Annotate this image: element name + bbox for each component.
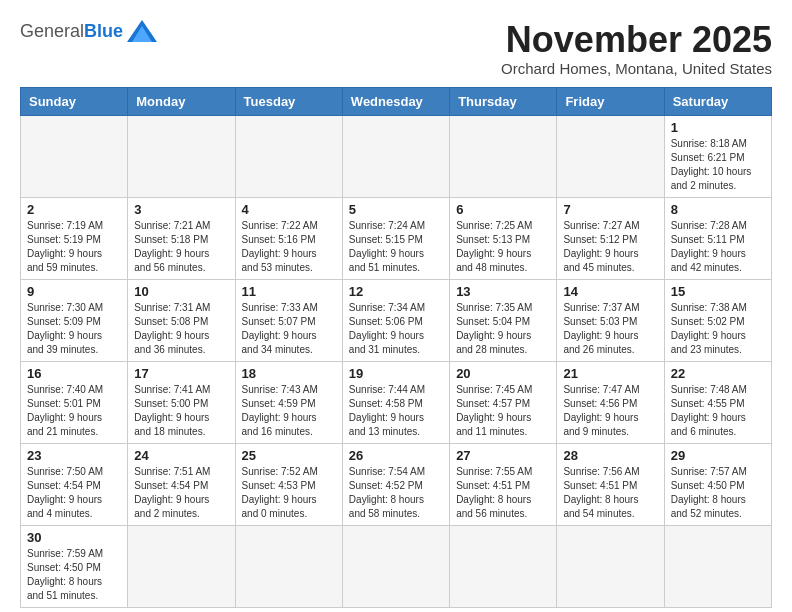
logo-general-text: General — [20, 21, 84, 42]
calendar-cell: 23Sunrise: 7:50 AM Sunset: 4:54 PM Dayli… — [21, 443, 128, 525]
calendar-cell — [128, 525, 235, 607]
location-subtitle: Orchard Homes, Montana, United States — [501, 60, 772, 77]
day-number: 20 — [456, 366, 550, 381]
calendar-cell: 28Sunrise: 7:56 AM Sunset: 4:51 PM Dayli… — [557, 443, 664, 525]
calendar-cell: 11Sunrise: 7:33 AM Sunset: 5:07 PM Dayli… — [235, 279, 342, 361]
weekday-header-tuesday: Tuesday — [235, 87, 342, 115]
weekday-header-row: SundayMondayTuesdayWednesdayThursdayFrid… — [21, 87, 772, 115]
day-info: Sunrise: 7:37 AM Sunset: 5:03 PM Dayligh… — [563, 301, 657, 357]
weekday-header-monday: Monday — [128, 87, 235, 115]
day-number: 25 — [242, 448, 336, 463]
day-number: 24 — [134, 448, 228, 463]
calendar-cell: 10Sunrise: 7:31 AM Sunset: 5:08 PM Dayli… — [128, 279, 235, 361]
calendar-cell: 12Sunrise: 7:34 AM Sunset: 5:06 PM Dayli… — [342, 279, 449, 361]
weekday-header-sunday: Sunday — [21, 87, 128, 115]
calendar-cell: 22Sunrise: 7:48 AM Sunset: 4:55 PM Dayli… — [664, 361, 771, 443]
calendar-cell — [128, 115, 235, 197]
day-number: 28 — [563, 448, 657, 463]
day-info: Sunrise: 7:25 AM Sunset: 5:13 PM Dayligh… — [456, 219, 550, 275]
calendar-cell: 7Sunrise: 7:27 AM Sunset: 5:12 PM Daylig… — [557, 197, 664, 279]
day-number: 30 — [27, 530, 121, 545]
calendar-cell: 25Sunrise: 7:52 AM Sunset: 4:53 PM Dayli… — [235, 443, 342, 525]
logo-blue-text: Blue — [84, 21, 123, 42]
day-info: Sunrise: 7:27 AM Sunset: 5:12 PM Dayligh… — [563, 219, 657, 275]
calendar-cell — [664, 525, 771, 607]
weekday-header-saturday: Saturday — [664, 87, 771, 115]
week-row-5: 23Sunrise: 7:50 AM Sunset: 4:54 PM Dayli… — [21, 443, 772, 525]
day-number: 21 — [563, 366, 657, 381]
logo-area: General Blue — [20, 20, 157, 42]
calendar-cell: 19Sunrise: 7:44 AM Sunset: 4:58 PM Dayli… — [342, 361, 449, 443]
calendar-cell — [342, 115, 449, 197]
day-info: Sunrise: 7:41 AM Sunset: 5:00 PM Dayligh… — [134, 383, 228, 439]
day-info: Sunrise: 8:18 AM Sunset: 6:21 PM Dayligh… — [671, 137, 765, 193]
day-info: Sunrise: 7:45 AM Sunset: 4:57 PM Dayligh… — [456, 383, 550, 439]
calendar-cell: 2Sunrise: 7:19 AM Sunset: 5:19 PM Daylig… — [21, 197, 128, 279]
day-number: 23 — [27, 448, 121, 463]
calendar-cell — [235, 525, 342, 607]
calendar-cell: 1Sunrise: 8:18 AM Sunset: 6:21 PM Daylig… — [664, 115, 771, 197]
week-row-6: 30Sunrise: 7:59 AM Sunset: 4:50 PM Dayli… — [21, 525, 772, 607]
day-info: Sunrise: 7:47 AM Sunset: 4:56 PM Dayligh… — [563, 383, 657, 439]
day-number: 3 — [134, 202, 228, 217]
calendar-cell — [450, 115, 557, 197]
day-number: 22 — [671, 366, 765, 381]
day-info: Sunrise: 7:43 AM Sunset: 4:59 PM Dayligh… — [242, 383, 336, 439]
day-number: 16 — [27, 366, 121, 381]
day-number: 9 — [27, 284, 121, 299]
page-header: General Blue November 2025 Orchard Homes… — [20, 20, 772, 77]
day-info: Sunrise: 7:35 AM Sunset: 5:04 PM Dayligh… — [456, 301, 550, 357]
calendar-cell: 20Sunrise: 7:45 AM Sunset: 4:57 PM Dayli… — [450, 361, 557, 443]
calendar-cell: 14Sunrise: 7:37 AM Sunset: 5:03 PM Dayli… — [557, 279, 664, 361]
day-info: Sunrise: 7:34 AM Sunset: 5:06 PM Dayligh… — [349, 301, 443, 357]
calendar-cell: 3Sunrise: 7:21 AM Sunset: 5:18 PM Daylig… — [128, 197, 235, 279]
week-row-2: 2Sunrise: 7:19 AM Sunset: 5:19 PM Daylig… — [21, 197, 772, 279]
calendar-cell: 30Sunrise: 7:59 AM Sunset: 4:50 PM Dayli… — [21, 525, 128, 607]
day-number: 4 — [242, 202, 336, 217]
day-info: Sunrise: 7:51 AM Sunset: 4:54 PM Dayligh… — [134, 465, 228, 521]
calendar-cell: 17Sunrise: 7:41 AM Sunset: 5:00 PM Dayli… — [128, 361, 235, 443]
day-info: Sunrise: 7:30 AM Sunset: 5:09 PM Dayligh… — [27, 301, 121, 357]
calendar-cell: 21Sunrise: 7:47 AM Sunset: 4:56 PM Dayli… — [557, 361, 664, 443]
calendar-cell: 27Sunrise: 7:55 AM Sunset: 4:51 PM Dayli… — [450, 443, 557, 525]
calendar-cell: 5Sunrise: 7:24 AM Sunset: 5:15 PM Daylig… — [342, 197, 449, 279]
day-number: 13 — [456, 284, 550, 299]
day-info: Sunrise: 7:48 AM Sunset: 4:55 PM Dayligh… — [671, 383, 765, 439]
title-area: November 2025 Orchard Homes, Montana, Un… — [501, 20, 772, 77]
day-number: 11 — [242, 284, 336, 299]
week-row-4: 16Sunrise: 7:40 AM Sunset: 5:01 PM Dayli… — [21, 361, 772, 443]
day-info: Sunrise: 7:19 AM Sunset: 5:19 PM Dayligh… — [27, 219, 121, 275]
day-info: Sunrise: 7:38 AM Sunset: 5:02 PM Dayligh… — [671, 301, 765, 357]
day-info: Sunrise: 7:54 AM Sunset: 4:52 PM Dayligh… — [349, 465, 443, 521]
calendar-cell: 13Sunrise: 7:35 AM Sunset: 5:04 PM Dayli… — [450, 279, 557, 361]
day-number: 26 — [349, 448, 443, 463]
day-number: 2 — [27, 202, 121, 217]
day-info: Sunrise: 7:21 AM Sunset: 5:18 PM Dayligh… — [134, 219, 228, 275]
week-row-1: 1Sunrise: 8:18 AM Sunset: 6:21 PM Daylig… — [21, 115, 772, 197]
day-number: 29 — [671, 448, 765, 463]
calendar-cell: 4Sunrise: 7:22 AM Sunset: 5:16 PM Daylig… — [235, 197, 342, 279]
calendar-cell: 16Sunrise: 7:40 AM Sunset: 5:01 PM Dayli… — [21, 361, 128, 443]
day-number: 12 — [349, 284, 443, 299]
calendar-cell: 26Sunrise: 7:54 AM Sunset: 4:52 PM Dayli… — [342, 443, 449, 525]
day-info: Sunrise: 7:56 AM Sunset: 4:51 PM Dayligh… — [563, 465, 657, 521]
day-number: 10 — [134, 284, 228, 299]
calendar-cell: 29Sunrise: 7:57 AM Sunset: 4:50 PM Dayli… — [664, 443, 771, 525]
day-info: Sunrise: 7:55 AM Sunset: 4:51 PM Dayligh… — [456, 465, 550, 521]
calendar-cell — [450, 525, 557, 607]
calendar-cell — [557, 115, 664, 197]
calendar-cell: 18Sunrise: 7:43 AM Sunset: 4:59 PM Dayli… — [235, 361, 342, 443]
day-info: Sunrise: 7:28 AM Sunset: 5:11 PM Dayligh… — [671, 219, 765, 275]
day-info: Sunrise: 7:59 AM Sunset: 4:50 PM Dayligh… — [27, 547, 121, 603]
calendar-cell: 8Sunrise: 7:28 AM Sunset: 5:11 PM Daylig… — [664, 197, 771, 279]
logo-icon — [127, 20, 157, 42]
day-info: Sunrise: 7:31 AM Sunset: 5:08 PM Dayligh… — [134, 301, 228, 357]
day-info: Sunrise: 7:52 AM Sunset: 4:53 PM Dayligh… — [242, 465, 336, 521]
calendar-cell — [235, 115, 342, 197]
month-title: November 2025 — [501, 20, 772, 60]
day-number: 17 — [134, 366, 228, 381]
calendar-cell — [21, 115, 128, 197]
day-number: 15 — [671, 284, 765, 299]
calendar-cell — [557, 525, 664, 607]
day-info: Sunrise: 7:24 AM Sunset: 5:15 PM Dayligh… — [349, 219, 443, 275]
